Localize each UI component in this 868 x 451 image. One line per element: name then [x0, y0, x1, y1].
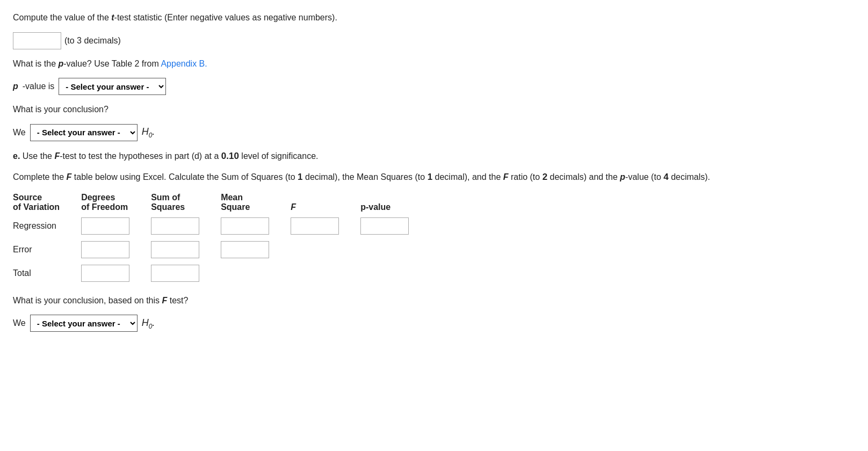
section-e-end: level of significance.	[239, 151, 319, 161]
conclusion-f-select-line: We - Select your answer - H0.	[13, 315, 855, 332]
pvalue-decimal: 4	[663, 172, 668, 182]
conclusion-f-F: F	[162, 296, 167, 305]
regression-label: Regression	[13, 214, 70, 238]
we-label: We	[13, 128, 26, 137]
we-label-2: We	[13, 318, 26, 328]
compute-label: Compute the value of the	[13, 13, 111, 22]
pvalue-is-label: p	[13, 82, 18, 91]
total-pvalue	[350, 261, 419, 285]
error-dof-input[interactable]	[81, 241, 129, 258]
anova-table: Source of Variation Degrees of Freedom S…	[13, 191, 419, 285]
error-f	[280, 238, 350, 261]
ss-decimal: 1	[298, 172, 302, 182]
total-f	[280, 261, 350, 285]
col4-header: Mean Square	[210, 191, 280, 214]
regression-dof-input[interactable]	[81, 217, 129, 235]
h0-label: H0.	[142, 126, 155, 139]
F-italic: F	[54, 151, 60, 161]
regression-pvalue	[350, 214, 419, 238]
ttest-input-line: (to 3 decimals)	[13, 32, 855, 49]
complete-table-description: Complete the F table below using Excel. …	[13, 170, 855, 184]
col2-header: Degrees of Freedom	[70, 191, 140, 214]
conclusion-select[interactable]: - Select your answer -	[30, 124, 138, 141]
section-e-rest: -test to test the hypotheses in part (d)…	[60, 151, 221, 161]
significance-level: 0.10	[221, 151, 239, 161]
error-ms-input[interactable]	[221, 241, 269, 258]
error-ms	[210, 238, 280, 261]
regression-ms	[210, 214, 280, 238]
regression-ss	[140, 214, 210, 238]
compute-ttest-line: Compute the value of the t-test statisti…	[13, 11, 855, 25]
conclusion-f-select[interactable]: - Select your answer -	[30, 315, 138, 332]
compute-rest: -test statistic (Enter negative values a…	[114, 13, 337, 22]
col3-header: Sum of Squares	[140, 191, 210, 214]
regression-dof	[70, 214, 140, 238]
col5-header: F	[280, 191, 350, 214]
appendix-link[interactable]: Appendix B.	[161, 59, 207, 68]
complete-F2: F	[503, 172, 509, 181]
regression-ss-input[interactable]	[151, 217, 199, 235]
complete-text-7: -value (to	[625, 172, 663, 181]
section-e-text: Use the	[23, 151, 55, 161]
error-ss-input[interactable]	[151, 241, 199, 258]
complete-text-4: decimal), and the	[432, 172, 503, 181]
error-label: Error	[13, 238, 70, 261]
regression-f-input[interactable]	[291, 217, 339, 235]
regression-ms-input[interactable]	[221, 217, 269, 235]
pvalue-question-line: What is the p-value? Use Table 2 from Ap…	[13, 57, 855, 71]
regression-f	[280, 214, 350, 238]
conclusion-f-question-line: What is your conclusion, based on this F…	[13, 294, 855, 308]
h0-label-2: H0.	[142, 317, 155, 330]
error-ss	[140, 238, 210, 261]
ms-decimal: 1	[428, 172, 432, 182]
total-ss	[140, 261, 210, 285]
pvalue-label-inline: p	[620, 172, 625, 181]
total-ms	[210, 261, 280, 285]
complete-text-8: decimals).	[669, 172, 710, 181]
pvalue-p: p	[58, 59, 63, 68]
pvalue-question: What is the	[13, 59, 58, 68]
section-e-block: e. Use the F-test to test the hypotheses…	[13, 149, 855, 164]
conclusion-select-line: We - Select your answer - H0.	[13, 124, 855, 141]
pvalue-rest: -value? Use Table 2 from	[63, 59, 161, 68]
total-dof-input[interactable]	[81, 265, 129, 282]
section-e-label: e.	[13, 151, 20, 161]
col6-header: p-value	[350, 191, 419, 214]
complete-text-5: ratio (to	[509, 172, 542, 181]
table-row-error: Error	[13, 238, 419, 261]
error-pvalue	[350, 238, 419, 261]
decimals-label: (to 3 decimals)	[64, 36, 121, 46]
pvalue-is-rest: -value is	[23, 82, 55, 91]
complete-F: F	[67, 172, 72, 181]
total-label: Total	[13, 261, 70, 285]
col1-header: Source of Variation	[13, 191, 70, 214]
conclusion-f-question: What is your conclusion, based on this	[13, 296, 162, 305]
complete-text-1: Complete the	[13, 172, 67, 181]
conclusion-f-rest: test?	[167, 296, 188, 305]
pvalue-is-line: p-value is - Select your answer -	[13, 78, 855, 95]
regression-pvalue-input[interactable]	[360, 217, 409, 235]
complete-text-2: table below using Excel. Calculate the S…	[71, 172, 298, 181]
total-dof	[70, 261, 140, 285]
total-ss-input[interactable]	[151, 265, 199, 282]
complete-text-6: decimals) and the	[547, 172, 620, 181]
pvalue-select[interactable]: - Select your answer -	[59, 78, 166, 95]
conclusion-question: What is your conclusion?	[13, 103, 855, 117]
error-dof	[70, 238, 140, 261]
ratio-decimal: 2	[542, 172, 547, 182]
ttest-input[interactable]	[13, 32, 61, 49]
table-row-total: Total	[13, 261, 419, 285]
table-row-regression: Regression	[13, 214, 419, 238]
complete-text-3: decimal), the Mean Squares (to	[303, 172, 428, 181]
